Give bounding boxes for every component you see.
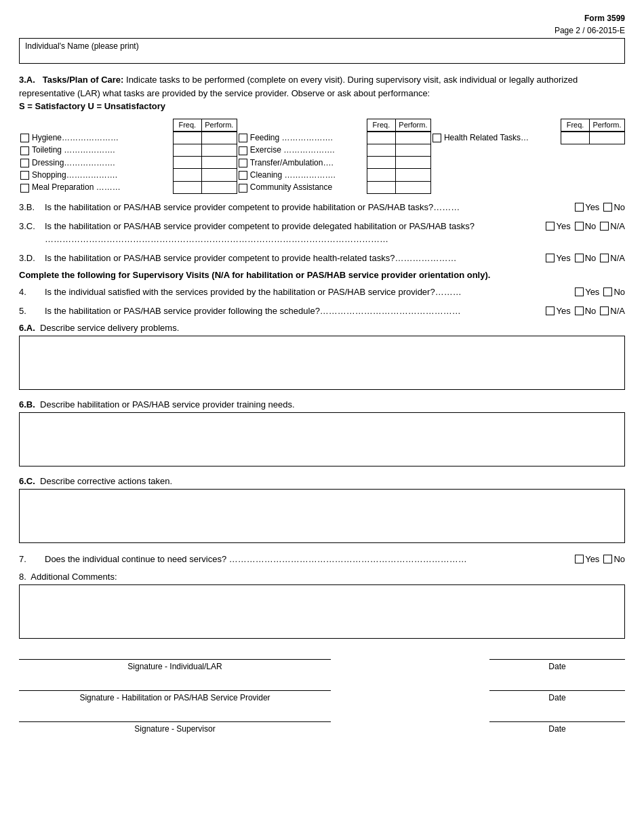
date-line-1[interactable]: Date [489, 659, 625, 671]
section-6b-label: 6.B. [19, 399, 35, 410]
3d-no[interactable]: No [575, 252, 597, 265]
tasks-table: Freq. Perform. Freq. Perform. [19, 119, 625, 195]
7-no[interactable]: No [603, 553, 625, 566]
supervisory-heading: Complete the following for Supervisory V… [19, 270, 625, 280]
5-no[interactable]: No [575, 304, 597, 318]
3d-na[interactable]: N/A [600, 252, 625, 265]
section-6a-row: 6.A. Describe service delivery problems. [19, 323, 625, 333]
task-row-community: Community Assistance [237, 181, 431, 193]
3b-no[interactable]: No [603, 201, 625, 214]
name-field[interactable]: Individual's Name (please print) [19, 38, 625, 64]
3c-no[interactable]: No [575, 220, 597, 233]
task-checkbox-community[interactable] [239, 184, 247, 193]
section-6a-textbox[interactable] [19, 336, 625, 390]
section-3a-label: 3.A. [19, 75, 35, 85]
page-info: Page 2 / 06-2015-E [555, 24, 625, 37]
4-yes[interactable]: Yes [575, 285, 599, 299]
section-6b-desc: Describe habilitation or PAS/HAB service… [40, 399, 295, 410]
section-6c-desc: Describe corrective actions taken. [40, 476, 172, 486]
7-yes[interactable]: Yes [575, 553, 599, 566]
section-3c: 3.C. Is the habilitation or PAS/HAB serv… [19, 220, 625, 246]
section-5-answers: Yes No N/A [546, 304, 625, 318]
3d-yes[interactable]: Yes [546, 252, 570, 265]
section-7-question: Does the individual continue to need ser… [45, 553, 571, 566]
section-4-question: Is the individual satisfied with the ser… [45, 285, 571, 299]
section-6c-label: 6.C. [19, 476, 35, 486]
task-row-feeding: Feeding ………………. [237, 132, 431, 144]
form-number: Form 3599 [555, 12, 625, 24]
section-6a-desc: Describe service delivery problems. [40, 323, 179, 333]
task-checkbox-toileting[interactable] [20, 146, 29, 155]
section-3d-question: Is the habilitation or PAS/HAB service p… [45, 252, 542, 265]
section-4: 4. Is the individual satisfied with the … [19, 285, 625, 299]
sig-individual-label: Signature - Individual/LAR [127, 662, 222, 671]
3c-yes[interactable]: Yes [546, 220, 570, 233]
section-3b-question: Is the habilitation or PAS/HAB service p… [45, 201, 571, 214]
section-8-label: 8. [19, 572, 26, 582]
task-row-cleaning: Cleaning ………………. [237, 169, 431, 181]
task-checkbox-health[interactable] [432, 134, 441, 142]
section-8-row: 8. Additional Comments: [19, 572, 625, 582]
5-yes[interactable]: Yes [546, 304, 570, 318]
section-6a-label: 6.A. [19, 323, 35, 333]
signature-row-1: Signature - Individual/LAR Date [19, 659, 625, 671]
sig-line-provider[interactable]: Signature - Habilitation or PAS/HAB Serv… [19, 690, 331, 702]
signature-row-2: Signature - Habilitation or PAS/HAB Serv… [19, 690, 625, 702]
3c-na[interactable]: N/A [600, 220, 625, 233]
task-row-shopping: Shopping………………. [19, 169, 237, 181]
sig-provider-label: Signature - Habilitation or PAS/HAB Serv… [79, 693, 270, 702]
section-5-label: 5. [19, 304, 45, 318]
section-8-desc: Additional Comments: [31, 572, 117, 582]
task-row-exercise: Exercise ………………. [237, 144, 431, 156]
date-label-2: Date [548, 693, 565, 702]
section-3b: 3.B. Is the habilitation or PAS/HAB serv… [19, 201, 625, 214]
task-row-meal-prep: Meal Preparation ……… [19, 181, 237, 193]
date-line-3[interactable]: Date [489, 721, 625, 734]
section-6b-row: 6.B. Describe habilitation or PAS/HAB se… [19, 399, 625, 410]
section-6c-textbox[interactable] [19, 489, 625, 543]
section-5: 5. Is the habilitation or PAS/HAB servic… [19, 304, 625, 318]
sig-supervisor-label: Signature - Supervisor [134, 724, 215, 734]
3b-yes[interactable]: Yes [575, 201, 599, 214]
task-checkbox-feeding[interactable] [239, 134, 247, 142]
section-7-label: 7. [19, 553, 45, 566]
section-3c-label: 3.C. [19, 220, 45, 233]
date-label-1: Date [548, 662, 565, 671]
task-checkbox-meal-prep[interactable] [20, 184, 29, 193]
section-3d: 3.D. Is the habilitation or PAS/HAB serv… [19, 252, 625, 265]
section-3b-label: 3.B. [19, 201, 45, 214]
section-8-textbox[interactable] [19, 584, 625, 639]
task-row-dressing: Dressing………………. [19, 157, 237, 169]
section-3a-header: 3.A. Tasks/Plan of Care: Indicate tasks … [19, 73, 625, 113]
4-no[interactable]: No [603, 285, 625, 299]
section-3a-title: Tasks/Plan of Care: [43, 75, 124, 85]
task-checkbox-shopping[interactable] [20, 171, 29, 180]
section-5-question: Is the habilitation or PAS/HAB service p… [45, 304, 542, 318]
task-row-transfer: Transfer/Ambulation…. [237, 157, 431, 169]
date-line-2[interactable]: Date [489, 690, 625, 702]
task-checkbox-transfer[interactable] [239, 159, 247, 167]
section-4-label: 4. [19, 285, 45, 299]
sig-line-individual[interactable]: Signature - Individual/LAR [19, 659, 331, 671]
section-3c-answers: Yes No N/A [546, 220, 625, 233]
signature-row-3: Signature - Supervisor Date [19, 721, 625, 734]
section-6c-row: 6.C. Describe corrective actions taken. [19, 476, 625, 486]
section-3c-question: Is the habilitation or PAS/HAB service p… [45, 220, 542, 246]
section-3d-answers: Yes No N/A [546, 252, 625, 265]
task-checkbox-exercise[interactable] [239, 146, 247, 155]
section-7-answers: Yes No [575, 553, 625, 566]
task-row-toileting: Toileting ………………. [19, 144, 237, 156]
task-checkbox-cleaning[interactable] [239, 171, 247, 180]
sig-line-supervisor[interactable]: Signature - Supervisor [19, 721, 331, 734]
section-4-answers: Yes No [575, 285, 625, 299]
task-checkbox-dressing[interactable] [20, 159, 29, 167]
date-label-3: Date [548, 724, 565, 734]
task-row-health: Health Related Tasks… [431, 132, 625, 144]
5-na[interactable]: N/A [600, 304, 625, 318]
signature-area: Signature - Individual/LAR Date Signatur… [19, 659, 625, 734]
task-row-hygiene: Hygiene………………… [19, 132, 237, 144]
section-3d-label: 3.D. [19, 252, 45, 265]
task-checkbox-hygiene[interactable] [20, 134, 29, 142]
section-6b-textbox[interactable] [19, 412, 625, 466]
section-3a-legend: S = Satisfactory U = Unsatisfactory [19, 101, 165, 111]
